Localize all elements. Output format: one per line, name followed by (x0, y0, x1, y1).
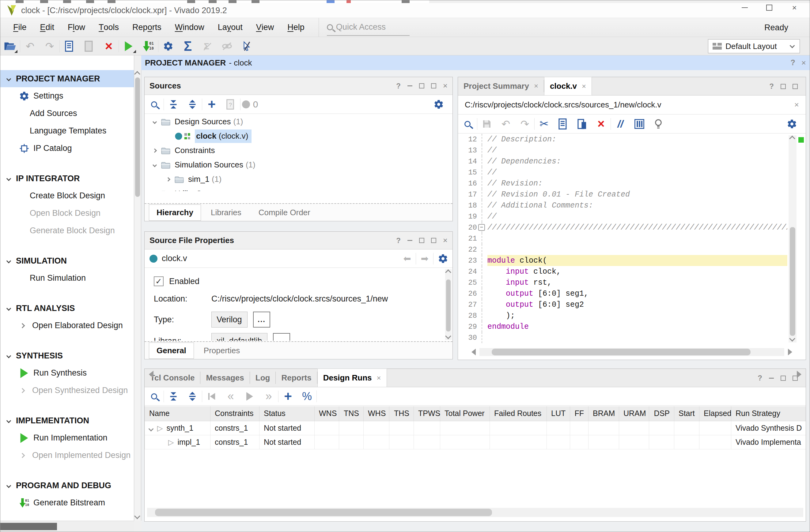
maximize-icon[interactable] (781, 84, 786, 89)
open-project-button[interactable] (0, 38, 20, 54)
tree-item-sim_1[interactable]: sim_1(1) (145, 172, 453, 186)
close-icon[interactable]: × (443, 236, 448, 245)
float-icon[interactable] (793, 84, 798, 89)
close-icon[interactable]: × (443, 81, 448, 90)
search-icon[interactable] (145, 389, 164, 404)
bottom-tab-log[interactable]: Log (250, 368, 276, 387)
run-row-impl_1[interactable]: ▷impl_1constrs_1Not startedVivado Implem… (145, 435, 806, 449)
flownav-item-run-implementation[interactable]: Run Implementation (0, 429, 134, 447)
menu-file[interactable]: File (6, 18, 33, 37)
type-browse-button[interactable]: ... (253, 312, 270, 328)
flownav-section-program-and-debug[interactable]: PROGRAM AND DEBUG (0, 477, 134, 494)
collapse-all-icon[interactable] (164, 97, 183, 112)
menu-layout[interactable]: Layout (211, 18, 249, 37)
editor-tab-project-summary[interactable]: Project Summary× (458, 77, 544, 95)
report-sum-button[interactable]: Σ (178, 38, 198, 54)
code-line-21[interactable]: 21 (458, 233, 787, 244)
chevron-down-icon[interactable] (152, 119, 157, 124)
code-line-14[interactable]: 14// Dependencies: (458, 156, 787, 167)
sources-tab-compile-order[interactable]: Compile Order (251, 205, 318, 220)
quick-access-search[interactable]: Quick Access (319, 18, 410, 37)
close-tab-icon[interactable]: × (534, 82, 538, 90)
code-line-25[interactable]: 25 input rst, (458, 277, 787, 288)
help-icon[interactable]: ? (396, 236, 401, 245)
code-line-17[interactable]: 17// Revision 0.01 - File Created (458, 189, 787, 200)
help-icon[interactable]: ? (396, 82, 401, 90)
window-minimize-button[interactable] (738, 2, 751, 13)
generate-bitstream-button[interactable]: 0110 (139, 38, 158, 54)
tree-item-design-sources[interactable]: Design Sources(1) (145, 115, 453, 129)
close-tab-icon[interactable]: × (377, 374, 381, 382)
column-header-ths[interactable]: THS (389, 406, 414, 421)
float-icon[interactable] (431, 83, 436, 88)
sources-tab-libraries[interactable]: Libraries (204, 205, 249, 220)
search-icon[interactable] (145, 97, 164, 112)
code-line-19[interactable]: 19// (458, 211, 787, 222)
code-editor[interactable]: 12// Description: 13// 14// Dependencies… (458, 134, 787, 344)
enabled-checkbox[interactable]: ✓ (154, 277, 164, 286)
chevron-down-icon[interactable] (152, 163, 157, 167)
code-line-27[interactable]: 27 output [6:0] seg2 (458, 299, 787, 310)
flownav-item-create-block-design[interactable]: Create Block Design (0, 187, 134, 204)
column-header-whs[interactable]: WHS (363, 406, 389, 421)
percent-icon[interactable]: % (297, 389, 317, 404)
column-header-constraints[interactable]: Constraints (210, 406, 259, 421)
toggle-comment-icon[interactable]: // (611, 116, 630, 132)
bottom-hscrollbar[interactable] (147, 508, 803, 517)
flownav-item-settings[interactable]: Settings (0, 87, 134, 105)
float-icon[interactable] (431, 238, 436, 243)
flownav-item-run-simulation[interactable]: Run Simulation (0, 269, 134, 287)
column-header-lut[interactable]: LUT (547, 406, 570, 421)
code-line-29[interactable]: 29endmodule (458, 321, 787, 332)
maximize-icon[interactable] (781, 376, 786, 381)
library-value[interactable]: xil_defaultlib (211, 333, 268, 341)
settings-gear-icon[interactable] (434, 251, 453, 266)
column-header-tns[interactable]: TNS (339, 406, 363, 421)
run-row-synth_1[interactable]: ▷synth_1constrs_1Not startedVivado Synth… (145, 421, 806, 435)
column-header-name[interactable]: Name (145, 406, 210, 421)
column-header-elapsed[interactable]: Elapsed (699, 406, 731, 421)
flownav-item-run-synthesis[interactable]: Run Synthesis (0, 364, 134, 382)
flownav-section-project-manager[interactable]: PROJECT MANAGER (0, 70, 134, 87)
editor-tab-clock-v[interactable]: clock.v× (544, 77, 592, 95)
close-icon[interactable]: × (801, 58, 806, 68)
code-line-13[interactable]: 13// (458, 145, 787, 156)
flow-navigator-vscrollbar[interactable] (134, 70, 141, 521)
column-header-ff[interactable]: FF (570, 406, 588, 421)
tree-item-constraints[interactable]: Constraints (145, 143, 453, 157)
forward-arrow-icon[interactable]: ➡ (416, 253, 433, 264)
code-line-23[interactable]: 23module clock( (458, 255, 787, 266)
scroll-left-icon[interactable] (471, 349, 476, 355)
lightbulb-icon[interactable] (649, 116, 668, 132)
type-value[interactable]: Verilog (211, 312, 247, 328)
back-arrow-icon[interactable]: ⬅ (399, 253, 416, 264)
search-icon[interactable] (458, 116, 477, 132)
tree-item-simulation-sources[interactable]: Simulation Sources(1) (145, 157, 453, 172)
code-line-30[interactable]: 30 (458, 332, 787, 343)
scroll-right-icon[interactable] (797, 371, 801, 378)
run-button[interactable] (119, 38, 139, 54)
menu-window[interactable]: Window (168, 18, 211, 37)
settings-gear-icon[interactable] (782, 116, 801, 132)
code-line-12[interactable]: 12// Description: (458, 134, 787, 145)
minimize-icon[interactable] (769, 378, 774, 379)
add-sources-icon[interactable]: + (202, 97, 221, 112)
scroll-left-icon[interactable] (149, 371, 153, 378)
fold-marker-icon[interactable]: − (478, 224, 485, 231)
code-line-28[interactable]: 28 ); (458, 310, 787, 321)
flownav-section-synthesis[interactable]: SYNTHESIS (0, 347, 134, 364)
column-header-start[interactable]: Start (674, 406, 699, 421)
menu-flow[interactable]: Flow (61, 18, 92, 37)
flownav-section-ip-integrator[interactable]: IP INTEGRATOR (0, 170, 134, 187)
code-line-16[interactable]: 16// Revision: (458, 178, 787, 189)
file-properties-vscrollbar[interactable] (445, 269, 452, 340)
paste-button[interactable] (79, 38, 99, 54)
column-header-bram[interactable]: BRAM (588, 406, 619, 421)
collapse-all-icon[interactable] (164, 389, 183, 404)
maximize-icon[interactable] (419, 83, 424, 88)
flownav-item-language-templates[interactable]: Language Templates (0, 122, 134, 139)
library-browse-button[interactable]: ... (273, 333, 290, 341)
menu-edit[interactable]: Edit (33, 18, 61, 37)
menu-tools[interactable]: Tools (92, 18, 126, 37)
code-line-22[interactable]: 22 (458, 244, 787, 255)
